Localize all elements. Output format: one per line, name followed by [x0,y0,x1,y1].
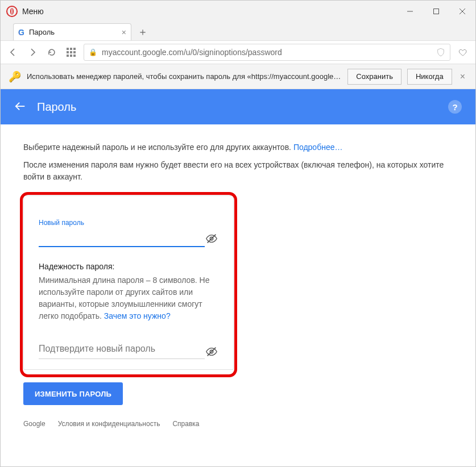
strength-text: Минимальная длина пароля – 8 символов. Н… [39,274,218,322]
page-body: Выберите надежный пароль и не используйт… [1,124,475,466]
why-link[interactable]: Зачем это нужно? [104,311,171,320]
confirm-password-input[interactable]: Подтвердите новый пароль [39,344,205,359]
opera-logo-icon [6,6,18,17]
menu-button[interactable]: Меню [22,7,44,16]
header-back-button[interactable] [14,100,27,114]
key-icon: 🔑 [9,70,21,83]
url-text: myaccount.google.com/u/0/signinoptions/p… [102,48,282,57]
footer-privacy[interactable]: Условия и конфиденциальность [58,420,160,428]
titlebar: Меню [1,1,475,22]
browser-window: Меню G Пароль × ＋ [0,0,476,467]
page-title: Пароль [37,101,76,114]
tab-close-icon[interactable]: × [122,28,126,37]
tab-title: Пароль [29,28,55,36]
new-password-label: Новый пароль [39,219,218,227]
url-field[interactable]: 🔒 myaccount.google.com/u/0/signinoptions… [84,44,450,61]
pm-save-button[interactable]: Сохранить [347,69,402,85]
visibility-toggle-icon[interactable] [205,232,218,245]
visibility-toggle-confirm-icon[interactable] [205,345,218,358]
lock-icon: 🔒 [89,48,97,56]
intro-text: Выберите надежный пароль и не используйт… [23,141,453,183]
tab-active[interactable]: G Пароль × [13,23,131,40]
footer: Google Условия и конфиденциальность Спра… [23,420,453,428]
url-right-icons [436,48,445,57]
nav-back-button[interactable] [6,45,20,59]
favorite-button[interactable] [456,45,470,59]
content-area: Пароль ? Выберите надежный пароль и не и… [1,89,475,466]
titlebar-left: Меню [6,6,44,17]
password-card-wrap: Новый пароль Надежность пароля: Минималь… [23,195,234,405]
maximize-button[interactable] [423,1,449,22]
page-header: Пароль ? [1,89,475,124]
new-tab-button[interactable]: ＋ [135,24,151,40]
pm-text: Использовать менеджер паролей, чтобы сох… [27,72,342,81]
tabstrip: G Пароль × ＋ [1,22,475,40]
speeddial-button[interactable] [64,45,78,59]
intro-line1: Выберите надежный пароль и не используйт… [23,143,293,152]
change-password-button[interactable]: ИЗМЕНИТЬ ПАРОЛЬ [23,382,123,405]
close-window-button[interactable] [449,1,475,22]
footer-help[interactable]: Справка [172,420,199,428]
nav-forward-button[interactable] [26,45,39,59]
google-favicon-icon: G [18,28,24,37]
svg-rect-1 [434,9,439,14]
new-password-input[interactable] [39,230,205,247]
strength-title: Надежность пароля: [39,262,218,271]
pm-close-button[interactable]: × [458,72,467,82]
password-card: Новый пароль Надежность пароля: Минималь… [23,195,234,370]
password-manager-bar: 🔑 Использовать менеджер паролей, чтобы с… [1,64,475,89]
window-controls [397,1,475,22]
address-bar: 🔒 myaccount.google.com/u/0/signinoptions… [1,40,475,64]
reload-button[interactable] [45,45,59,59]
footer-google[interactable]: Google [23,420,45,428]
learn-more-link[interactable]: Подробнее… [293,143,343,152]
intro-line2: После изменения пароля вам нужно будет в… [23,159,453,183]
minimize-button[interactable] [397,1,423,22]
shield-icon[interactable] [436,48,445,57]
pm-never-button[interactable]: Никогда [407,69,452,85]
help-button[interactable]: ? [448,100,462,114]
